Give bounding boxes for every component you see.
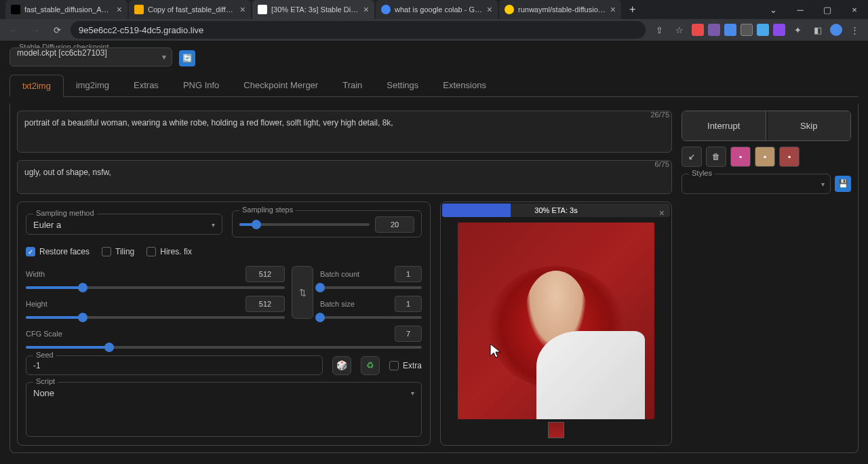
browser-tab[interactable]: runwayml/stable-diffusion-v1× bbox=[499, 0, 621, 19]
seed-row: Seed 🎲 ♻ Extra bbox=[26, 355, 422, 375]
close-icon[interactable]: × bbox=[240, 5, 245, 14]
hires-fix-checkbox[interactable]: Hires. fix bbox=[146, 247, 192, 256]
field-label: Styles bbox=[689, 169, 715, 177]
star-icon[interactable]: ☆ bbox=[671, 22, 688, 38]
tiling-checkbox[interactable]: Tiling bbox=[102, 247, 134, 256]
back-button[interactable]: ← bbox=[5, 22, 22, 38]
interrupt-button[interactable]: Interrupt bbox=[682, 111, 766, 140]
close-icon[interactable]: × bbox=[117, 5, 122, 14]
extra-seed-checkbox[interactable]: Extra bbox=[389, 361, 422, 370]
field-label: Sampling method bbox=[33, 209, 97, 217]
extension-icon[interactable] bbox=[757, 24, 769, 36]
address-bar: ← → ⟳ 9e5e6cc2-c519-4dc5.gradio.live ⇧ ☆… bbox=[0, 19, 868, 41]
close-preview-icon[interactable]: × bbox=[659, 208, 665, 218]
batch-size-input[interactable] bbox=[395, 296, 422, 312]
tab-title: fast_stable_diffusion_AUTOM bbox=[24, 5, 113, 14]
pink-tool-button[interactable]: ▪ bbox=[730, 147, 751, 167]
prompt-token-count: 26/75 bbox=[650, 111, 669, 119]
width-slider[interactable] bbox=[26, 286, 285, 289]
reuse-seed-button[interactable]: ♻ bbox=[361, 356, 380, 375]
close-icon[interactable]: × bbox=[363, 5, 369, 14]
swap-dimensions-button[interactable]: ⇅ bbox=[292, 266, 313, 319]
new-tab-button[interactable]: + bbox=[623, 3, 642, 16]
browser-tab-active[interactable]: [30% ETA: 3s] Stable Diffusion× bbox=[252, 0, 374, 19]
close-icon[interactable]: × bbox=[610, 5, 616, 14]
menu-icon[interactable]: ⋮ bbox=[846, 22, 863, 38]
browser-tab[interactable]: Copy of fast_stable_diffusion× bbox=[129, 0, 251, 19]
share-icon[interactable]: ⇧ bbox=[651, 22, 667, 38]
prompt-input[interactable] bbox=[17, 111, 672, 153]
preview-image[interactable] bbox=[458, 223, 654, 419]
tan-tool-button[interactable]: ▪ bbox=[755, 147, 775, 167]
cfg-input[interactable] bbox=[395, 326, 422, 342]
save-style-button[interactable]: 💾 bbox=[835, 176, 851, 192]
width-input[interactable] bbox=[245, 266, 285, 282]
batch-count-field: Batch count bbox=[320, 266, 422, 289]
window-controls: ⌄ ─ ▢ × bbox=[760, 0, 868, 19]
extension-icon[interactable] bbox=[741, 24, 753, 36]
minimize-icon[interactable]: ─ bbox=[787, 0, 814, 19]
extension-icon[interactable] bbox=[708, 24, 720, 36]
batch-size-slider[interactable] bbox=[320, 316, 422, 319]
random-seed-button[interactable]: 🎲 bbox=[332, 356, 351, 375]
seed-input[interactable] bbox=[33, 361, 315, 370]
maximize-icon[interactable]: ▢ bbox=[814, 0, 841, 19]
forward-button[interactable]: → bbox=[27, 22, 43, 38]
progress-fill bbox=[442, 204, 511, 217]
checkpoint-select[interactable]: model.ckpt [cc6cb27103] bbox=[9, 47, 172, 66]
trash-tool-button[interactable]: 🗑 bbox=[706, 147, 726, 167]
thumbnail[interactable] bbox=[548, 422, 564, 438]
checkpoint-row: Stable Diffusion checkpoint model.ckpt [… bbox=[9, 47, 859, 66]
generation-panel: Sampling method Euler a ▾ Sampling steps bbox=[17, 201, 672, 446]
select-value: None bbox=[33, 388, 54, 398]
batch-count-slider[interactable] bbox=[320, 286, 422, 289]
close-window-icon[interactable]: × bbox=[841, 0, 868, 19]
chevron-down-icon[interactable]: ⌄ bbox=[760, 0, 787, 19]
sampling-steps-slider[interactable] bbox=[239, 223, 370, 226]
field-label: Width bbox=[26, 270, 56, 278]
sampling-steps-input[interactable] bbox=[375, 216, 414, 233]
skip-button[interactable]: Skip bbox=[768, 111, 851, 140]
tab-extras[interactable]: Extras bbox=[121, 75, 171, 96]
profile-icon[interactable] bbox=[830, 24, 842, 36]
tab-title: [30% ETA: 3s] Stable Diffusion bbox=[271, 5, 359, 14]
cfg-slider[interactable] bbox=[26, 346, 422, 349]
tab-checkpoint-merger[interactable]: Checkpoint Merger bbox=[231, 75, 330, 96]
tab-img2img[interactable]: img2img bbox=[64, 75, 121, 96]
arrow-tool-button[interactable]: ↙ bbox=[682, 147, 702, 167]
field-label: Sampling steps bbox=[239, 206, 296, 214]
tab-train[interactable]: Train bbox=[330, 75, 374, 96]
styles-row: Styles ▾ 💾 bbox=[682, 174, 851, 194]
tab-settings[interactable]: Settings bbox=[374, 75, 431, 96]
neg-prompt-wrapper: 6/75 bbox=[17, 160, 672, 196]
neg-prompt-input[interactable] bbox=[17, 160, 672, 194]
browser-tab[interactable]: fast_stable_diffusion_AUTOM× bbox=[5, 0, 127, 19]
browser-tab[interactable]: what is google colab - Googl× bbox=[376, 0, 498, 19]
red-tool-button[interactable]: ▪ bbox=[779, 147, 800, 167]
chevron-down-icon: ▾ bbox=[821, 180, 825, 188]
extensions-icon[interactable]: ✦ bbox=[789, 22, 806, 38]
tab-png-info[interactable]: PNG Info bbox=[171, 75, 231, 96]
script-select[interactable]: None ▾ bbox=[33, 388, 414, 398]
extension-icon[interactable] bbox=[773, 24, 785, 36]
height-slider[interactable] bbox=[26, 316, 285, 319]
thumbnail-strip bbox=[441, 422, 671, 438]
batch-count-input[interactable] bbox=[395, 266, 422, 282]
styles-select[interactable]: Styles ▾ bbox=[682, 174, 831, 194]
close-icon[interactable]: × bbox=[487, 5, 492, 14]
tab-extensions[interactable]: Extensions bbox=[431, 75, 498, 96]
extension-icon[interactable] bbox=[724, 24, 736, 36]
sampling-method-select[interactable]: Euler a ▾ bbox=[33, 220, 215, 230]
url-input[interactable]: 9e5e6cc2-c519-4dc5.gradio.live bbox=[71, 21, 646, 39]
sidepanel-icon[interactable]: ◧ bbox=[810, 22, 826, 38]
refresh-checkpoint-button[interactable]: 🔄 bbox=[179, 50, 195, 66]
preview-panel: 30% ETA: 3s × bbox=[440, 201, 672, 446]
main-tabs: txt2img img2img Extras PNG Info Checkpoi… bbox=[9, 75, 859, 97]
right-column: Interrupt Skip ↙ 🗑 ▪ ▪ ▪ Styles ▾ 💾 bbox=[682, 111, 851, 446]
tab-txt2img[interactable]: txt2img bbox=[9, 75, 64, 97]
height-input[interactable] bbox=[245, 296, 285, 312]
reload-button[interactable]: ⟳ bbox=[49, 22, 65, 38]
left-column: 26/75 6/75 Sampling method Euler a ▾ bbox=[17, 111, 672, 446]
restore-faces-checkbox[interactable]: ✓Restore faces bbox=[26, 247, 90, 256]
extension-icon[interactable] bbox=[692, 24, 704, 36]
